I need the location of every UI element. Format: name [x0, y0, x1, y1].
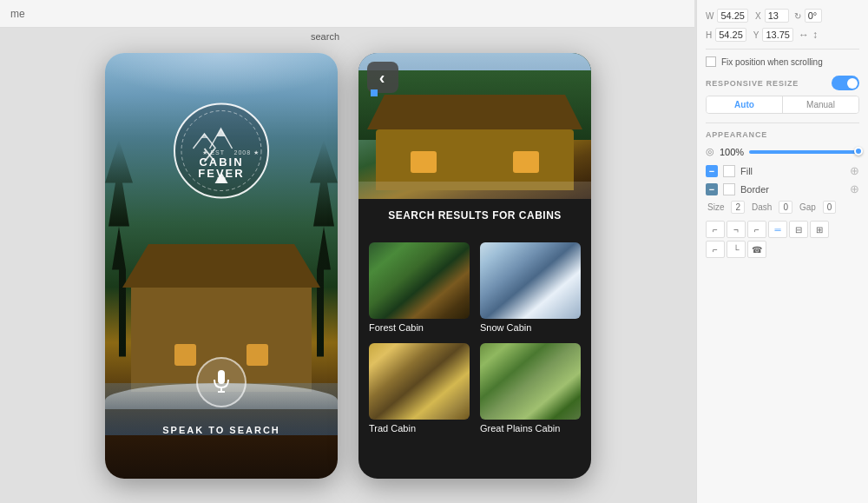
divider-2	[706, 122, 859, 123]
responsive-resize-label: RESPONSIVE RESIZE	[706, 79, 832, 88]
border-align-btn-2[interactable]: ¬	[727, 221, 746, 238]
fill-row: − Fill ⊕	[706, 164, 859, 177]
right-panel: W 54.25 X 13 ↻ 0° H 54.25 Y 13.75 ↔ ↕ Fi…	[696, 0, 868, 503]
border-align-btn-6[interactable]: ⊞	[810, 221, 829, 238]
fill-label: Fill	[740, 166, 845, 176]
snow-cabin-label: Snow Cabin	[480, 322, 581, 333]
forest-cabin-label: Forest Cabin	[369, 322, 470, 333]
opacity-icon: ◎	[706, 146, 714, 157]
mic-icon	[211, 370, 232, 394]
appearance-label: APPEARANCE	[706, 130, 859, 139]
search-results-title: SEARCH RESULTS FOR CABINS	[358, 199, 591, 228]
result-item-plains[interactable]: Great Plains Cabin	[480, 343, 581, 434]
fill-color-swatch[interactable]	[723, 165, 735, 177]
svg-text:2008 ★: 2008 ★	[234, 149, 260, 156]
snow-cabin-thumb	[480, 242, 581, 319]
resize-tabs: Auto Manual	[706, 96, 859, 114]
border-corner-btn-1[interactable]: ⌐	[706, 241, 725, 258]
border-align-btn-3[interactable]: ⌐	[747, 221, 766, 238]
y-label: Y	[753, 30, 760, 40]
opacity-value[interactable]: 100%	[720, 147, 744, 157]
x-label: X	[755, 11, 761, 21]
h-label: H	[706, 30, 712, 40]
dimensions-row: W 54.25 X 13 ↻ 0°	[706, 9, 859, 23]
size-label: Size	[707, 202, 724, 212]
gap-label: Gap	[799, 202, 816, 212]
fill-eyedropper-icon[interactable]: ⊕	[850, 164, 859, 177]
indicator-dot	[371, 89, 378, 96]
svg-rect-9	[218, 370, 225, 384]
fix-position-row: Fix position when scrolling	[706, 56, 859, 67]
h-value[interactable]: 54.25	[715, 28, 746, 42]
trad-cabin-thumb	[369, 343, 470, 420]
border-row: − Border ⊕	[706, 182, 859, 195]
border-corner-btn-3[interactable]: ☎	[747, 241, 766, 258]
fill-minus-btn[interactable]: −	[706, 165, 718, 177]
border-align-row-2: ⌐ └ ☎	[706, 241, 859, 258]
cabin-logo: CABIN FEVER ★ EST 2008 ★	[172, 101, 272, 201]
opacity-bar[interactable]	[749, 150, 859, 154]
manual-tab[interactable]: Manual	[783, 96, 858, 113]
canvas-area: CABIN FEVER ★ EST 2008 ★ SPEAK TO SEARCH	[0, 0, 696, 503]
flip-h-icon[interactable]: ↔	[799, 29, 809, 41]
responsive-resize-toggle[interactable]	[832, 76, 859, 90]
x-value[interactable]: 13	[765, 9, 789, 23]
plains-cabin-label: Great Plains Cabin	[480, 423, 581, 434]
border-align-btn-5[interactable]: ⊟	[789, 221, 808, 238]
speak-to-search-label: SPEAK TO SEARCH	[162, 425, 280, 435]
auto-tab[interactable]: Auto	[707, 96, 783, 113]
search-field-label: search	[311, 31, 339, 42]
result-item-snow[interactable]: Snow Cabin	[480, 242, 581, 333]
border-align-btn-4[interactable]: ═	[768, 221, 787, 238]
w-label: W	[706, 11, 713, 21]
responsive-resize-section: RESPONSIVE RESIZE Auto Manual	[706, 76, 859, 114]
border-label: Border	[740, 184, 845, 195]
back-arrow-icon: ‹	[379, 69, 385, 86]
w-value[interactable]: 54.25	[717, 9, 748, 23]
border-eyedropper-icon[interactable]: ⊕	[850, 182, 859, 195]
border-align-row-1: ⌐ ¬ ⌐ ═ ⊟ ⊞	[706, 221, 859, 238]
phone-mockup-2: ‹ SEARCH RESULTS FOR CABINS Forest Cabin…	[358, 53, 591, 479]
y-value[interactable]: 13.75	[762, 28, 793, 42]
svg-text:★ EST: ★ EST	[202, 149, 226, 156]
results-grid: Forest Cabin Snow Cabin Trad Cabin Great…	[369, 242, 581, 434]
size-value[interactable]: 2	[731, 201, 745, 214]
plains-cabin-thumb	[480, 343, 581, 420]
fix-position-label: Fix position when scrolling	[721, 57, 823, 67]
rotation-icon: ↻	[794, 11, 801, 21]
svg-rect-8	[218, 177, 226, 183]
trad-cabin-label: Trad Cabin	[369, 423, 470, 434]
home-label[interactable]: me	[10, 8, 25, 20]
gap-value[interactable]: 0	[823, 201, 837, 214]
dash-label: Dash	[752, 202, 772, 212]
phone-mockup-1: CABIN FEVER ★ EST 2008 ★ SPEAK TO SEARCH	[105, 53, 338, 479]
border-minus-btn[interactable]: −	[706, 183, 718, 195]
flip-v-icon[interactable]: ↕	[812, 29, 818, 41]
rotation-value[interactable]: 0°	[805, 9, 822, 23]
result-item-forest[interactable]: Forest Cabin	[369, 242, 470, 333]
appearance-section: APPEARANCE ◎ 100% − Fill ⊕ − Border ⊕ Si…	[706, 130, 859, 258]
opacity-row: ◎ 100%	[706, 146, 859, 157]
border-corner-btn-2[interactable]: └	[727, 241, 746, 258]
divider-1	[706, 49, 859, 50]
dimensions-row-2: H 54.25 Y 13.75 ↔ ↕	[706, 28, 859, 42]
speak-button[interactable]	[196, 357, 247, 407]
forest-cabin-thumb	[369, 242, 470, 319]
border-align-btn-1[interactable]: ⌐	[706, 221, 725, 238]
result-item-trad[interactable]: Trad Cabin	[369, 343, 470, 434]
fix-position-checkbox[interactable]	[706, 56, 716, 67]
border-color-swatch[interactable]	[723, 183, 735, 195]
dash-value[interactable]: 0	[779, 201, 792, 214]
border-props-row: Size 2 Dash 0 Gap 0	[707, 201, 859, 214]
back-button[interactable]: ‹	[367, 62, 398, 93]
